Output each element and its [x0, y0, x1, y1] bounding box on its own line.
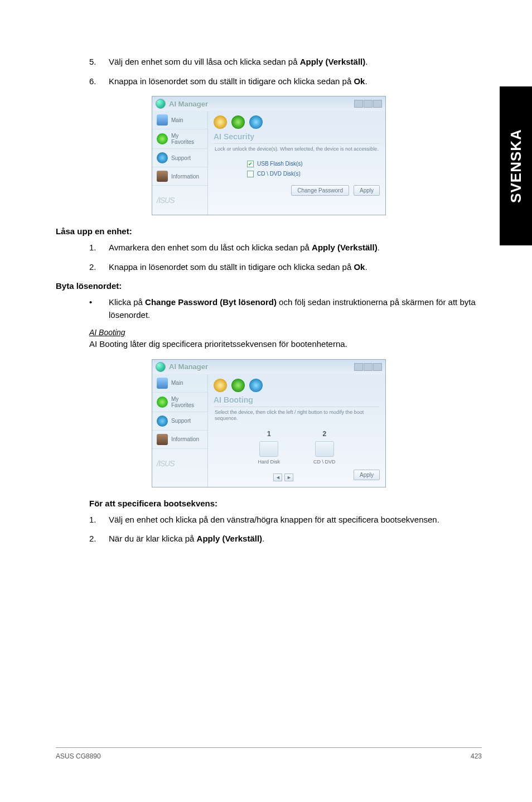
main-icon: [157, 114, 168, 125]
heading-unlock: Låsa upp en enhet:: [56, 226, 482, 236]
tool-icon-2[interactable]: [231, 379, 245, 392]
bullet-text: Klicka på Change Password (Byt lösenord)…: [109, 296, 482, 321]
step-text: Välj den enhet som du vill låsa och klic…: [109, 56, 482, 69]
sidebar-item-support[interactable]: Support: [152, 412, 207, 431]
checkbox-checked-icon: ✔: [247, 161, 254, 167]
hard-disk-icon: [259, 441, 278, 457]
checkbox-unchecked-icon: [247, 171, 254, 177]
step-number: 5.: [89, 56, 109, 69]
apply-button[interactable]: Apply: [354, 185, 380, 196]
boot-device-2[interactable]: 2 CD \ DVD: [313, 430, 336, 465]
checkbox-row-usb[interactable]: ✔ USB Flash Disk(s): [247, 161, 380, 167]
tool-icon-3[interactable]: [249, 379, 263, 392]
close-button[interactable]: [373, 100, 382, 108]
ai-booting-subtitle: AI Booting: [89, 328, 482, 337]
change-password-button[interactable]: Change Password: [291, 185, 349, 196]
support-icon: [157, 416, 168, 427]
tool-icon-1[interactable]: [214, 115, 227, 129]
step-number: 2.: [89, 533, 109, 545]
brand-logo: /ISUS: [152, 449, 207, 478]
step-6: 6. Knappa in lösenordet som du ställt in…: [89, 75, 482, 88]
boot-device-label: CD \ DVD: [313, 459, 336, 465]
section-description: Select the device, then click the left /…: [214, 407, 380, 427]
minimize-button[interactable]: [354, 363, 363, 371]
main-icon: [157, 378, 168, 389]
sidebar-item-information[interactable]: Information: [152, 167, 207, 186]
move-right-button[interactable]: ►: [284, 474, 293, 481]
brand-logo: /ISUS: [152, 186, 207, 215]
maximize-button[interactable]: [364, 100, 373, 108]
ai-manager-booting-window: AI Manager Main My Favorites Support Inf…: [152, 359, 386, 487]
boot-device-1[interactable]: 1 Hard Disk: [258, 430, 280, 465]
window-title: AI Manager: [169, 100, 208, 108]
apply-button[interactable]: Apply: [354, 470, 380, 480]
cd-dvd-icon: [315, 441, 334, 457]
info-icon: [157, 434, 168, 445]
step-text: Knappa in lösenordet som du ställt in ti…: [109, 261, 482, 274]
sidebar: Main My Favorites Support Information /I…: [152, 374, 208, 487]
checkbox-row-cddvd[interactable]: CD \ DVD Disk(s): [247, 171, 380, 177]
step-text: Knappa in lösenordet som du ställt in ti…: [109, 75, 482, 88]
info-icon: [157, 171, 168, 182]
section-title: AI Security: [214, 132, 380, 141]
unlock-step-1: 1. Avmarkera den enhet som du låst och k…: [89, 241, 482, 254]
step-number: 1.: [89, 241, 109, 254]
section-description: Lock or unlock the device(s). When selec…: [214, 143, 380, 157]
close-button[interactable]: [373, 363, 382, 371]
step-text: Välj en enhet och klicka på den vänstra/…: [109, 514, 482, 526]
favorites-icon: [157, 397, 168, 408]
bootseq-step-2: 2. När du är klar klicka på Apply (Verks…: [89, 533, 482, 545]
sidebar-item-main[interactable]: Main: [152, 111, 207, 129]
language-label: SVENSKA: [507, 129, 525, 203]
sidebar-item-support[interactable]: Support: [152, 149, 207, 167]
heading-boot-sequence: För att specificera bootsekvens:: [89, 499, 482, 508]
bootseq-step-1: 1. Välj en enhet och klicka på den vänst…: [89, 514, 482, 526]
checkbox-label: USB Flash Disk(s): [257, 161, 303, 167]
step-number: 6.: [89, 75, 109, 88]
step-text: När du är klar klicka på Apply (Verkstäl…: [109, 533, 482, 545]
ai-booting-description: AI Booting låter dig specificera priorit…: [89, 338, 482, 351]
footer-page-number: 423: [471, 752, 482, 760]
unlock-step-2: 2. Knappa in lösenordet som du ställt in…: [89, 261, 482, 274]
move-left-button[interactable]: ◄: [273, 474, 282, 481]
tool-icon-3[interactable]: [249, 115, 263, 129]
app-orb-icon: [156, 362, 166, 372]
heading-change-password: Byta lösenordet:: [56, 281, 482, 291]
ai-manager-security-window: AI Manager Main My Favorites Support Inf…: [152, 96, 386, 215]
titlebar: AI Manager: [152, 96, 385, 111]
section-title: AI Booting: [214, 395, 380, 404]
boot-device-label: Hard Disk: [258, 459, 280, 465]
step-number: 2.: [89, 261, 109, 274]
checkbox-label: CD \ DVD Disk(s): [257, 171, 301, 177]
bullet-dot-icon: •: [89, 296, 109, 321]
step-text: Avmarkera den enhet som du låst och klic…: [109, 241, 482, 254]
minimize-button[interactable]: [354, 100, 363, 108]
app-orb-icon: [156, 99, 166, 109]
boot-order-number: 1: [258, 430, 280, 438]
sidebar-item-favorites[interactable]: My Favorites: [152, 129, 207, 149]
sidebar-item-favorites[interactable]: My Favorites: [152, 393, 207, 412]
support-icon: [157, 152, 168, 163]
page-footer: ASUS CG8890 423: [56, 747, 482, 760]
footer-model: ASUS CG8890: [56, 752, 101, 760]
main-panel: AI Security Lock or unlock the device(s)…: [208, 111, 385, 215]
sidebar: Main My Favorites Support Information /I…: [152, 111, 208, 215]
boot-order-number: 2: [313, 430, 336, 438]
tool-icon-1[interactable]: [214, 379, 227, 392]
favorites-icon: [157, 133, 168, 144]
titlebar: AI Manager: [152, 360, 385, 374]
sidebar-item-information[interactable]: Information: [152, 431, 207, 449]
step-5: 5. Välj den enhet som du vill låsa och k…: [89, 56, 482, 69]
maximize-button[interactable]: [364, 363, 373, 371]
language-side-tab: SVENSKA: [500, 86, 532, 245]
window-title: AI Manager: [169, 363, 208, 371]
main-panel: AI Booting Select the device, then click…: [208, 374, 385, 487]
sidebar-item-main[interactable]: Main: [152, 374, 207, 393]
step-number: 1.: [89, 514, 109, 526]
change-password-bullet: • Klicka på Change Password (Byt lösenor…: [89, 296, 482, 321]
tool-icon-2[interactable]: [231, 115, 245, 129]
